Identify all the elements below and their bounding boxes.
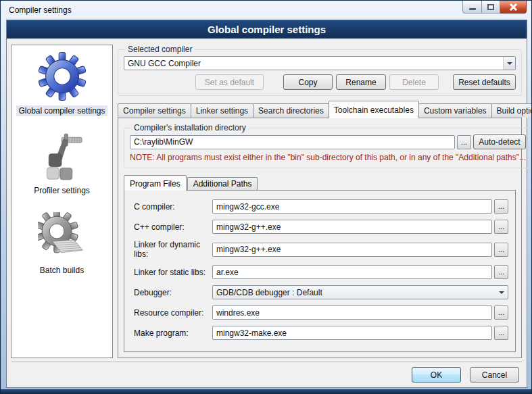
cpp-compiler-label: C++ compiler: [134, 222, 212, 232]
ok-button[interactable]: OK [412, 367, 461, 383]
blue-gear-icon [37, 51, 87, 101]
dialog-content: Global compiler settings Profiler settin… [7, 39, 527, 362]
auto-detect-button[interactable]: Auto-detect [473, 134, 526, 149]
c-compiler-input[interactable] [212, 199, 492, 214]
resource-compiler-input[interactable] [212, 305, 492, 320]
rename-button[interactable]: Rename [336, 74, 386, 90]
tab-linker-settings[interactable]: Linker settings [191, 103, 253, 118]
chevron-down-icon[interactable] [495, 286, 508, 299]
install-dir-input[interactable] [130, 135, 455, 149]
field-row-debugger: Debugger: GDB/CDB debugger : Default [134, 285, 508, 299]
c-compiler-label: C compiler: [134, 202, 212, 212]
copy-button[interactable]: Copy [283, 74, 333, 90]
browse-install-dir-button[interactable]: ... [457, 135, 471, 149]
chevron-down-icon[interactable] [503, 57, 515, 70]
compiler-settings-window: Compiler settings Global compiler settin… [0, 0, 532, 394]
dialog-body: Global compiler settings [6, 20, 527, 388]
static-linker-input[interactable] [212, 265, 492, 279]
sidebar-item-label: Batch builds [38, 265, 86, 276]
make-program-input[interactable] [212, 326, 492, 340]
maximize-button[interactable] [482, 1, 500, 14]
browse-dynamic-linker-button[interactable]: ... [494, 243, 508, 257]
reset-defaults-button[interactable]: Reset defaults [453, 74, 516, 90]
toolchain-executables-panel: Compiler's installation directory ... Au… [118, 118, 522, 358]
caliper-icon [37, 132, 86, 181]
debugger-select-value: GDB/CDB debugger : Default [213, 286, 495, 299]
tab-search-directories[interactable]: Search directories [253, 103, 329, 118]
window-controls [462, 1, 527, 14]
debugger-select[interactable]: GDB/CDB debugger : Default [212, 285, 508, 299]
titlebar[interactable]: Compiler settings [1, 1, 531, 19]
maximize-icon [487, 4, 494, 10]
cancel-button[interactable]: Cancel [470, 367, 519, 383]
close-button[interactable] [500, 1, 527, 14]
browse-static-linker-button[interactable]: ... [494, 265, 508, 279]
browse-cpp-compiler-button[interactable]: ... [494, 220, 508, 234]
compiler-select-value: GNU GCC Compiler [124, 57, 503, 70]
field-row-resource-compiler: Resource compiler: ... [134, 305, 508, 320]
sidebar-item-profiler-settings[interactable]: Profiler settings [32, 132, 92, 196]
tab-custom-variables[interactable]: Custom variables [418, 103, 492, 118]
sidebar-item-global-compiler-settings[interactable]: Global compiler settings [16, 51, 107, 116]
dynamic-linker-label: Linker for dynamic libs: [134, 240, 212, 259]
sidebar-item-label: Global compiler settings [16, 105, 107, 116]
window-title: Compiler settings [9, 5, 72, 15]
window-frame-bottom [1, 389, 531, 393]
static-linker-label: Linker for static libs: [134, 268, 212, 277]
subtab-additional-paths[interactable]: Additional Paths [187, 177, 258, 190]
close-icon [509, 3, 518, 11]
cpp-compiler-input[interactable] [212, 220, 492, 234]
browse-make-program-button[interactable]: ... [494, 326, 508, 340]
sidebar-item-batch-builds[interactable]: Batch builds [38, 212, 87, 276]
sidebar-item-label: Profiler settings [32, 185, 92, 196]
settings-tabs: Compiler settings Linker settings Search… [118, 100, 522, 118]
field-row-c-compiler: C compiler: ... [134, 199, 508, 214]
resource-compiler-label: Resource compiler: [134, 308, 212, 318]
main-panel: Selected compiler GNU GCC Compiler Set a… [118, 45, 522, 358]
delete-button: Delete [389, 74, 439, 90]
debugger-label: Debugger: [134, 288, 212, 297]
set-as-default-button: Set as default [195, 74, 264, 90]
make-program-label: Make program: [134, 328, 212, 338]
browse-c-compiler-button[interactable]: ... [494, 199, 508, 214]
tab-compiler-settings[interactable]: Compiler settings [118, 103, 191, 118]
subtab-program-files[interactable]: Program Files [124, 175, 187, 191]
selected-compiler-legend: Selected compiler [125, 45, 195, 54]
toolchain-subtabs: Program Files Additional Paths [124, 174, 516, 190]
field-row-dynamic-linker: Linker for dynamic libs: ... [134, 240, 508, 259]
browse-resource-compiler-button[interactable]: ... [494, 305, 508, 320]
dialog-footer: OK Cancel [11, 362, 522, 387]
page-title: Global compiler settings [7, 20, 527, 39]
dynamic-linker-input[interactable] [212, 243, 492, 257]
install-dir-note: NOTE: All programs must exist either in … [130, 153, 526, 162]
compiler-select[interactable]: GNU GCC Compiler [124, 56, 516, 70]
selected-compiler-group: Selected compiler GNU GCC Compiler Set a… [118, 45, 522, 96]
gray-gear-stack-icon [38, 212, 87, 261]
program-files-panel: C compiler: ... C++ compiler: ... Linker… [124, 190, 516, 352]
tab-build-options[interactable]: Build options [491, 103, 532, 118]
minimize-icon [469, 8, 476, 10]
field-row-static-linker: Linker for static libs: ... [134, 265, 508, 279]
install-dir-group: Compiler's installation directory ... Au… [124, 123, 532, 168]
tab-toolchain-executables[interactable]: Toolchain executables [329, 101, 419, 118]
install-dir-legend: Compiler's installation directory [131, 123, 249, 132]
minimize-button[interactable] [462, 1, 482, 14]
field-row-make-program: Make program: ... [134, 326, 508, 340]
settings-category-sidebar: Global compiler settings Profiler settin… [11, 45, 113, 358]
compiler-actions: Set as default Copy Rename Delete Reset … [124, 74, 516, 90]
field-row-cpp-compiler: C++ compiler: ... [134, 220, 508, 234]
